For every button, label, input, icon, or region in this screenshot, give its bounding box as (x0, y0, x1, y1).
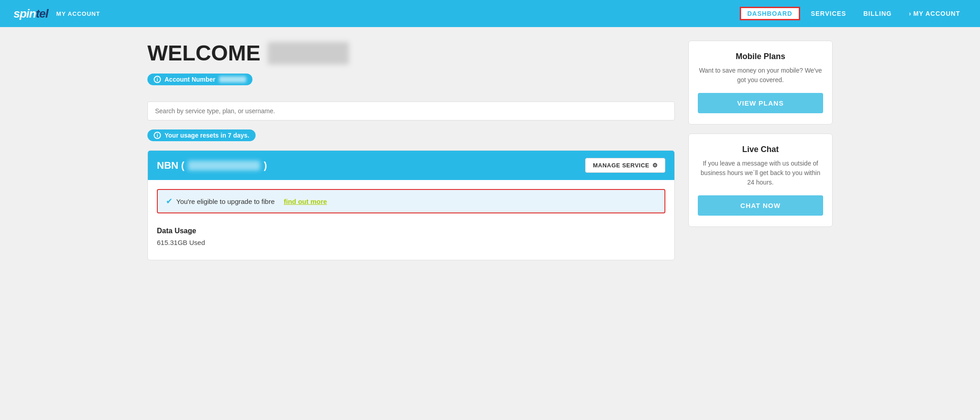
search-input[interactable] (147, 102, 675, 120)
live-chat-card: Live Chat If you leave a message with us… (688, 134, 833, 227)
logo-spin: spin (14, 7, 36, 21)
nav-my-account[interactable]: › MY ACCOUNT (902, 8, 966, 19)
gear-icon: ⚙ (652, 162, 658, 169)
header-my-account-label: MY ACCOUNT (56, 10, 100, 17)
data-usage-section: Data Usage 615.31GB Used (157, 222, 665, 251)
view-plans-button[interactable]: VIEW PLANS (698, 93, 823, 113)
usage-resets-badge: i Your usage resets in 7 days. (147, 129, 256, 141)
upgrade-notice-text: You're eligible to upgrade to fibre (176, 198, 275, 205)
right-column: Mobile Plans Want to save money on your … (688, 41, 833, 260)
header-left: spintel MY ACCOUNT (14, 7, 100, 21)
manage-service-button[interactable]: MANAGE SERVICE ⚙ (585, 158, 665, 173)
logo-tel: tel (36, 7, 48, 21)
live-chat-description: If you leave a message with us outside o… (698, 159, 823, 187)
account-info-icon: i (154, 76, 161, 83)
account-number-badge: i Account Number (147, 74, 252, 85)
nbn-card-header: NBN ( ) MANAGE SERVICE ⚙ (148, 151, 674, 180)
manage-service-label: MANAGE SERVICE (593, 162, 649, 169)
nav-dashboard[interactable]: DASHBOARD (740, 7, 800, 20)
upgrade-notice: ✔ You're eligible to upgrade to fibre fi… (157, 189, 665, 213)
nav-billing[interactable]: BILLING (857, 8, 898, 19)
main-content: WELCOME i Account Number i Your usage re… (129, 27, 851, 274)
usage-resets-text: Your usage resets in 7 days. (165, 132, 249, 139)
welcome-name-blur (268, 42, 349, 65)
data-usage-label: Data Usage (157, 227, 665, 235)
mobile-plans-description: Want to save money on your mobile? We've… (698, 66, 823, 85)
welcome-section: WELCOME i Account Number (147, 41, 675, 92)
left-column: WELCOME i Account Number i Your usage re… (147, 41, 675, 260)
logo: spintel (14, 7, 48, 21)
check-circle-icon: ✔ (166, 196, 173, 206)
data-usage-value: 615.31GB Used (157, 239, 665, 246)
usage-info-icon: i (154, 132, 161, 139)
nav-arrow-icon: › (909, 10, 911, 17)
chat-now-button[interactable]: CHAT NOW (698, 195, 823, 216)
account-number-label: Account Number (165, 76, 215, 83)
nbn-card-title: NBN ( ) (157, 160, 267, 171)
nbn-account-blur (188, 161, 260, 171)
nbn-card-body: ✔ You're eligible to upgrade to fibre fi… (148, 180, 674, 260)
mobile-plans-title: Mobile Plans (698, 52, 823, 61)
mobile-plans-card: Mobile Plans Want to save money on your … (688, 41, 833, 125)
account-number-value-blur (219, 76, 246, 83)
header-nav: DASHBOARD SERVICES BILLING › MY ACCOUNT (740, 7, 966, 20)
welcome-text: WELCOME (147, 41, 261, 65)
find-out-more-link[interactable]: find out more (284, 198, 327, 205)
nbn-card: NBN ( ) MANAGE SERVICE ⚙ ✔ You're eligib… (147, 150, 675, 260)
live-chat-title: Live Chat (698, 145, 823, 154)
header: spintel MY ACCOUNT DASHBOARD SERVICES BI… (0, 0, 980, 27)
welcome-title: WELCOME (147, 41, 675, 65)
nav-services[interactable]: SERVICES (805, 8, 853, 19)
